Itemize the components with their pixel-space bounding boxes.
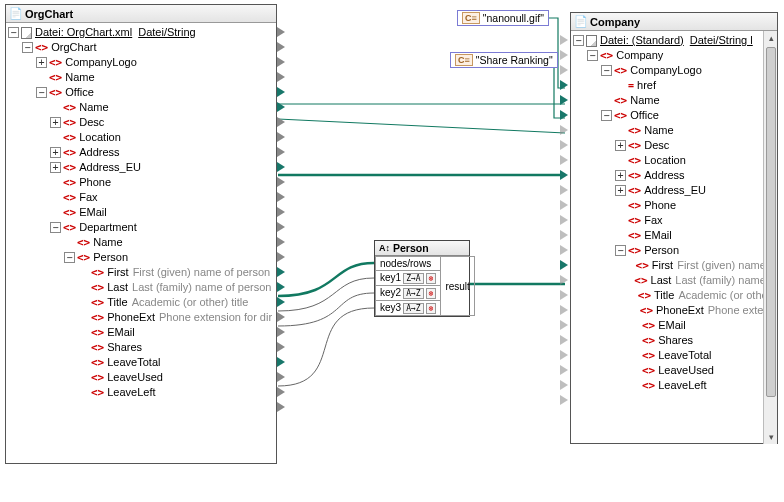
file-icon bbox=[21, 27, 32, 39]
node-title[interactable]: Title bbox=[107, 295, 127, 310]
node-leaveleft-r[interactable]: LeaveLeft bbox=[658, 378, 706, 393]
node-leavetotal[interactable]: LeaveTotal bbox=[107, 355, 160, 370]
node-addresseu[interactable]: Address_EU bbox=[79, 160, 141, 175]
node-fax[interactable]: Fax bbox=[79, 190, 97, 205]
file-icon bbox=[586, 35, 597, 47]
file-row[interactable]: − Datei: OrgChart.xml Datei/String bbox=[8, 25, 274, 40]
sort-order-btn[interactable]: A→Z bbox=[403, 288, 423, 299]
func-title: A↕ Person bbox=[375, 241, 469, 256]
constant-value: "Share Ranking" bbox=[476, 54, 553, 66]
node-office[interactable]: Office bbox=[65, 85, 94, 100]
node-leavetotal-r[interactable]: LeaveTotal bbox=[658, 348, 711, 363]
node-shares[interactable]: Shares bbox=[107, 340, 142, 355]
left-output-ports bbox=[277, 24, 285, 414]
left-title-label: OrgChart bbox=[25, 8, 73, 20]
left-panel: 📄 OrgChart − Datei: OrgChart.xml Datei/S… bbox=[5, 4, 277, 464]
constant-shareranking[interactable]: C≡ "Share Ranking" bbox=[450, 52, 558, 68]
schema-icon: 📄 bbox=[575, 15, 587, 28]
collapse-toggle[interactable]: − bbox=[8, 27, 19, 38]
node-email-p[interactable]: EMail bbox=[107, 325, 135, 340]
node-name-r[interactable]: Name bbox=[630, 93, 659, 108]
node-leaveused[interactable]: LeaveUsed bbox=[107, 370, 163, 385]
node-office-name-r[interactable]: Name bbox=[644, 123, 673, 138]
constant-value: "nanonull.gif" bbox=[483, 12, 544, 24]
node-desc[interactable]: Desc bbox=[79, 115, 104, 130]
node-person[interactable]: Person bbox=[93, 250, 128, 265]
node-location[interactable]: Location bbox=[79, 130, 121, 145]
node-company[interactable]: Company bbox=[616, 48, 663, 63]
schema-icon: 📄 bbox=[10, 7, 22, 20]
node-phone[interactable]: Phone bbox=[79, 175, 111, 190]
func-key3: key3 bbox=[380, 302, 401, 313]
node-addresseu-r[interactable]: Address_EU bbox=[644, 183, 706, 198]
right-input-ports bbox=[560, 32, 568, 407]
node-office-r[interactable]: Office bbox=[630, 108, 659, 123]
node-phoneext[interactable]: PhoneExt bbox=[107, 310, 155, 325]
scroll-thumb[interactable] bbox=[766, 47, 776, 397]
node-email-r[interactable]: EMail bbox=[644, 228, 672, 243]
node-phoneext-r[interactable]: PhoneExt bbox=[656, 303, 704, 318]
func-nodes-label: nodes/rows bbox=[376, 257, 441, 271]
node-title-r[interactable]: Title bbox=[654, 288, 674, 303]
node-desc-r[interactable]: Desc bbox=[644, 138, 669, 153]
scroll-down-arrow[interactable]: ▾ bbox=[764, 430, 778, 444]
node-leaveleft[interactable]: LeaveLeft bbox=[107, 385, 155, 400]
node-orgchart[interactable]: OrgChart bbox=[51, 40, 96, 55]
node-leaveused-r[interactable]: LeaveUsed bbox=[658, 363, 714, 378]
node-companylogo[interactable]: CompanyLogo bbox=[65, 55, 137, 70]
delete-key-btn[interactable]: ⊗ bbox=[426, 273, 437, 284]
file-label: Datei: OrgChart.xml bbox=[35, 25, 132, 40]
left-tree[interactable]: − Datei: OrgChart.xml Datei/String −<>Or… bbox=[6, 23, 276, 402]
right-tree[interactable]: − Datei: (Standard) Datei/String l −<>Co… bbox=[571, 31, 777, 441]
node-location-r[interactable]: Location bbox=[644, 153, 686, 168]
delete-key-btn[interactable]: ⊗ bbox=[426, 303, 437, 314]
right-panel: 📄 Company − Datei: (Standard) Datei/Stri… bbox=[570, 12, 778, 444]
node-fax-r[interactable]: Fax bbox=[644, 213, 662, 228]
node-shares-r[interactable]: Shares bbox=[658, 333, 693, 348]
node-deptname[interactable]: Name bbox=[93, 235, 122, 250]
func-key2: key2 bbox=[380, 287, 401, 298]
left-panel-title: 📄 OrgChart bbox=[6, 5, 276, 23]
node-email[interactable]: EMail bbox=[79, 205, 107, 220]
constant-nanonull[interactable]: C≡ "nanonull.gif" bbox=[457, 10, 549, 26]
node-first[interactable]: First bbox=[107, 265, 128, 280]
file-row[interactable]: − Datei: (Standard) Datei/String l bbox=[573, 33, 775, 48]
node-companylogo-r[interactable]: CompanyLogo bbox=[630, 63, 702, 78]
constant-icon: C≡ bbox=[455, 54, 473, 66]
file-label: Datei: (Standard) bbox=[600, 33, 684, 48]
right-title-label: Company bbox=[590, 16, 640, 28]
node-department[interactable]: Department bbox=[79, 220, 136, 235]
node-href[interactable]: href bbox=[637, 78, 656, 93]
node-office-name[interactable]: Name bbox=[79, 100, 108, 115]
file-type: Datei/String bbox=[138, 25, 195, 40]
node-email-p-r[interactable]: EMail bbox=[658, 318, 686, 333]
sort-order-btn[interactable]: Z→A bbox=[403, 273, 423, 284]
node-address[interactable]: Address bbox=[79, 145, 119, 160]
constant-icon: C≡ bbox=[462, 12, 480, 24]
func-key1: key1 bbox=[380, 272, 401, 283]
node-address-r[interactable]: Address bbox=[644, 168, 684, 183]
node-last[interactable]: Last bbox=[107, 280, 128, 295]
right-panel-title: 📄 Company bbox=[571, 13, 777, 31]
sort-order-btn[interactable]: A→Z bbox=[403, 303, 423, 314]
node-phone-r[interactable]: Phone bbox=[644, 198, 676, 213]
sort-icon: A↕ bbox=[379, 243, 390, 253]
right-scrollbar[interactable]: ▴ ▾ bbox=[763, 31, 777, 444]
node-last-r[interactable]: Last bbox=[651, 273, 672, 288]
node-first-r[interactable]: First bbox=[652, 258, 673, 273]
node-person-r[interactable]: Person bbox=[644, 243, 679, 258]
func-result: result bbox=[441, 257, 474, 316]
node-name[interactable]: Name bbox=[65, 70, 94, 85]
delete-key-btn[interactable]: ⊗ bbox=[426, 288, 437, 299]
scroll-up-arrow[interactable]: ▴ bbox=[764, 31, 778, 45]
sort-function[interactable]: A↕ Person nodes/rowsresult key1Z→A⊗ key2… bbox=[374, 240, 470, 317]
